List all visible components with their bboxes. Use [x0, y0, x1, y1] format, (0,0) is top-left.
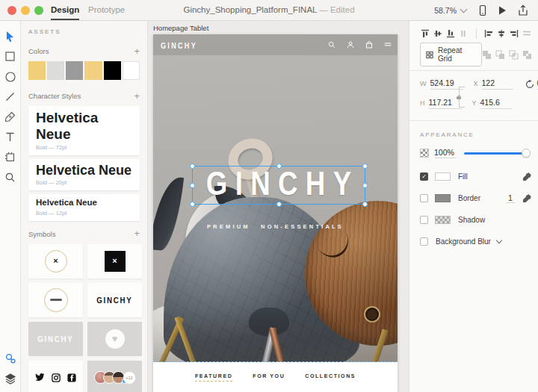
symbol-favorite[interactable]: ♥ — [87, 322, 142, 356]
selection-handle-e[interactable] — [362, 183, 368, 188]
opacity-slider[interactable] — [464, 149, 531, 158]
union-icon[interactable] — [482, 50, 492, 60]
rectangle-tool-icon[interactable] — [4, 50, 16, 63]
symbol-logo-light[interactable]: GINCHY — [28, 322, 83, 356]
fill-color-swatch[interactable] — [435, 172, 451, 181]
align-center-horizontal-icon[interactable] — [497, 28, 507, 39]
align-middle-vertical-icon[interactable] — [433, 28, 442, 39]
opacity-slider-knob[interactable] — [522, 149, 531, 158]
align-left-icon[interactable] — [483, 28, 493, 39]
character-style-item[interactable]: Helvetica Neue Bold — 72pt — [28, 106, 140, 155]
nav-item-collections[interactable]: COLLECTIONS — [305, 373, 356, 381]
device-preview-icon[interactable] — [477, 4, 489, 16]
symbol-avatars[interactable]: +12 — [87, 361, 142, 392]
artboard-tool-icon[interactable] — [4, 151, 16, 164]
distribute-horizontal-icon[interactable] — [522, 28, 532, 39]
y-field[interactable]: Y 415.6 — [472, 98, 512, 109]
layers-icon[interactable] — [4, 372, 16, 385]
selection-handle-nw[interactable] — [190, 164, 195, 169]
artboard-homepage-tablet[interactable]: GINCHY GINCHY PREMIUM NON-ESS — [153, 34, 398, 392]
add-character-style-button[interactable]: + — [134, 93, 140, 100]
zoom-window-button[interactable] — [34, 6, 43, 15]
menu-icon[interactable] — [384, 42, 392, 49]
artboard-label[interactable]: Homepage Tablet — [153, 24, 208, 32]
symbol-logo-dark[interactable]: GINCHY — [87, 283, 142, 317]
tab-design[interactable]: Design — [51, 0, 79, 20]
border-checkbox[interactable] — [420, 194, 428, 202]
artboard-nav-bar[interactable]: FEATURED FOR YOU COLLECTIONS — [153, 362, 398, 392]
character-style-item[interactable]: Helvetica Neue Bold — 12pt — [28, 194, 140, 220]
color-swatch[interactable] — [84, 61, 102, 80]
bag-icon[interactable] — [365, 41, 373, 49]
zoom-level-control[interactable]: 58.7% — [434, 6, 466, 15]
character-style-item[interactable]: Helvetica Neue Bold — 20pt — [28, 159, 140, 191]
minimize-window-button[interactable] — [21, 6, 30, 15]
line-tool-icon[interactable] — [4, 90, 16, 103]
eyedropper-icon[interactable] — [522, 193, 532, 203]
background-blur-checkbox[interactable] — [420, 237, 428, 246]
selection-handle-n[interactable] — [276, 164, 282, 169]
height-field[interactable]: H 117.21 — [420, 98, 462, 109]
hero-subtitle[interactable]: PREMIUM NON-ESSENTIALS — [153, 223, 398, 230]
hero-title[interactable]: GINCHY — [198, 167, 359, 202]
border-width-value[interactable]: 1 — [506, 193, 515, 203]
intersect-icon[interactable] — [509, 50, 519, 60]
user-icon[interactable] — [347, 41, 354, 49]
width-value[interactable]: 524.19 — [430, 78, 463, 90]
color-swatch[interactable] — [47, 61, 64, 80]
play-preview-icon[interactable] — [496, 4, 508, 16]
symbol-social-icons[interactable] — [28, 361, 83, 392]
exclude-icon[interactable] — [522, 50, 532, 60]
subtract-icon[interactable] — [495, 50, 505, 60]
ellipse-tool-icon[interactable] — [4, 70, 16, 83]
nav-item-for-you[interactable]: FOR YOU — [253, 373, 285, 381]
border-color-swatch[interactable] — [435, 194, 451, 202]
align-bottom-icon[interactable] — [445, 28, 455, 39]
add-symbol-button[interactable]: + — [134, 230, 140, 237]
lock-aspect-ratio[interactable] — [459, 87, 465, 108]
select-tool-icon[interactable] — [4, 30, 16, 43]
symbol-close-square[interactable]: × — [87, 244, 142, 279]
pen-tool-icon[interactable] — [4, 111, 16, 123]
shadow-checkbox[interactable] — [420, 216, 428, 224]
y-value[interactable]: 415.6 — [480, 98, 512, 109]
selected-text-layer[interactable]: GINCHY — [192, 166, 365, 205]
opacity-value[interactable]: 100% — [434, 148, 457, 158]
artboard-site-header[interactable]: GINCHY — [153, 34, 398, 55]
close-window-button[interactable] — [7, 6, 16, 15]
shadow-swatch[interactable] — [435, 216, 451, 224]
assets-library-icon[interactable] — [4, 352, 16, 364]
color-swatch[interactable] — [28, 61, 46, 80]
height-value[interactable]: 117.21 — [429, 98, 462, 109]
selection-handle-se[interactable] — [362, 202, 368, 207]
align-right-icon[interactable] — [510, 28, 519, 39]
x-value[interactable]: 122 — [482, 78, 513, 90]
add-color-button[interactable]: + — [134, 48, 140, 55]
rotation-field[interactable]: 0° — [525, 78, 538, 90]
color-swatch[interactable] — [104, 61, 121, 80]
distribute-vertical-icon[interactable] — [458, 28, 468, 39]
zoom-tool-icon[interactable] — [4, 171, 16, 184]
search-icon[interactable] — [328, 41, 336, 49]
fill-checkbox[interactable]: ✓ — [420, 172, 428, 181]
eyedropper-icon[interactable] — [522, 172, 532, 181]
share-icon[interactable] — [517, 4, 529, 16]
repeat-grid-button[interactable]: Repeat Grid — [420, 43, 482, 66]
text-tool-icon[interactable] — [4, 131, 16, 143]
symbol-close-circle[interactable]: × — [28, 244, 83, 279]
width-field[interactable]: W 524.19 — [420, 78, 463, 90]
symbol-shop-button[interactable] — [28, 283, 83, 317]
chevron-down-icon[interactable] — [496, 237, 502, 243]
canvas[interactable]: Homepage Tablet — [148, 21, 409, 392]
selection-handle-ne[interactable] — [362, 164, 368, 169]
align-top-icon[interactable] — [420, 28, 430, 39]
x-field[interactable]: X 122 — [474, 78, 513, 90]
color-swatch[interactable] — [66, 61, 83, 80]
selection-handle-w[interactable] — [190, 183, 195, 188]
nav-item-featured[interactable]: FEATURED — [195, 373, 232, 382]
color-swatch[interactable] — [123, 61, 140, 80]
selection-handle-sw[interactable] — [190, 202, 195, 207]
selection-handle-s[interactable] — [276, 202, 282, 207]
tab-prototype[interactable]: Prototype — [88, 0, 125, 20]
site-logo[interactable]: GINCHY — [161, 40, 197, 50]
